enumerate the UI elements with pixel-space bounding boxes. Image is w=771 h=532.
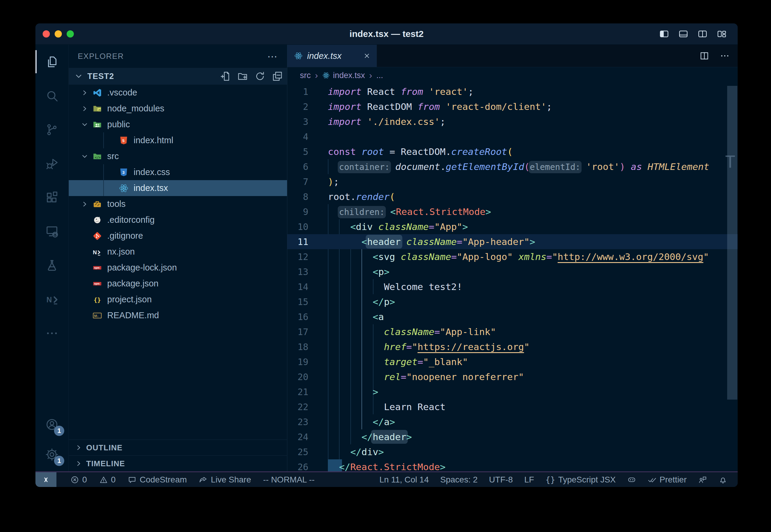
code-line-2: 2import ReactDOM from 'react-dom/client'… — [287, 99, 738, 114]
status-indentation[interactable]: Spaces: 2 — [440, 472, 478, 487]
status-language-mode[interactable]: {}TypeScript JSX — [546, 472, 616, 487]
activity-nx-console-button[interactable]: N — [35, 282, 68, 316]
status-codestream[interactable]: CodeStream — [128, 472, 187, 487]
close-window-button[interactable] — [43, 30, 50, 38]
activity-source-control-button[interactable] — [35, 113, 68, 147]
line-number: 10 — [287, 219, 308, 234]
code-line-22: 22 Learn React — [287, 399, 738, 414]
status-live-share[interactable]: Live Share — [199, 472, 251, 487]
tree-item-README-md[interactable]: M↓README.md — [69, 307, 287, 323]
activity-files-button[interactable] — [35, 45, 68, 79]
customize-layout-button[interactable] — [717, 29, 727, 39]
zoom-window-button[interactable] — [67, 30, 74, 38]
status-warnings[interactable]: 0 — [99, 472, 116, 487]
breadcrumb-label: ... — [376, 71, 383, 80]
tree-item-nx-json[interactable]: Nnx.json — [69, 244, 287, 260]
react-icon — [322, 71, 330, 79]
status-encoding[interactable]: UTF-8 — [489, 472, 513, 487]
sidebar-bottom-panels: OUTLINETIMELINE — [69, 440, 287, 471]
status-eol[interactable]: LF — [524, 472, 534, 487]
activity-extensions-button[interactable] — [35, 180, 68, 214]
line-content: </a> — [328, 416, 395, 427]
chevron-right-icon: › — [369, 70, 372, 80]
line-number: 16 — [287, 310, 308, 325]
remote-ind-icon — [41, 475, 50, 484]
tree-item-index-css[interactable]: 3index.css — [69, 164, 287, 180]
code-line-12: 12 <svg className="App-logo" xmlns="http… — [287, 249, 738, 264]
status-vim-mode[interactable]: -- NORMAL -- — [263, 472, 315, 487]
refresh-button[interactable] — [255, 71, 265, 82]
tree-item-public[interactable]: public — [69, 116, 287, 132]
collapse-all-button[interactable] — [272, 71, 283, 82]
status-copilot[interactable] — [627, 472, 636, 487]
chevron-right-icon — [81, 105, 90, 113]
toggle-panel-button[interactable] — [678, 29, 688, 39]
ellipsis-button[interactable] — [720, 51, 730, 61]
breadcrumb-src[interactable]: src — [300, 71, 311, 80]
code-line-11: 11 <header className="App-header"> — [287, 234, 738, 249]
line-number: 17 — [287, 325, 308, 340]
status-prettier[interactable]: Prettier — [648, 472, 687, 487]
tree-item-package-lock-json[interactable]: npmpackage-lock.json — [69, 260, 287, 276]
comment-icon — [128, 475, 137, 484]
explorer-section-test2[interactable]: TEST2 — [69, 68, 287, 85]
tree-item-index-tsx[interactable]: index.tsx — [69, 180, 287, 196]
status-remote-indicator[interactable] — [35, 472, 56, 487]
close-tab-icon[interactable] — [363, 52, 371, 60]
status-feedback[interactable] — [698, 472, 707, 487]
tree-item-index-html[interactable]: 5index.html — [69, 132, 287, 148]
status-errors[interactable]: 0 — [70, 472, 87, 487]
toggle-sidebar-button[interactable] — [659, 29, 669, 39]
code-line-25: 25 </div> — [287, 444, 738, 459]
split-editor-sm-button[interactable] — [699, 51, 709, 61]
panel-timeline[interactable]: TIMELINE — [69, 455, 287, 471]
minimize-window-button[interactable] — [55, 30, 62, 38]
css-icon: 3 — [119, 167, 129, 177]
chevron-right-icon — [75, 460, 83, 467]
code-line-16: 16 <a — [287, 309, 738, 324]
code-editor[interactable]: 1import React from 'react';2import React… — [287, 83, 738, 471]
activity-search-button[interactable] — [35, 79, 68, 113]
status-label: Spaces: 2 — [440, 475, 478, 485]
breadcrumb--[interactable]: ... — [376, 71, 383, 80]
tree-item--editorconfig[interactable]: .editorconfig — [69, 212, 287, 228]
tree-item-src[interactable]: </>src — [69, 148, 287, 164]
status-bar-left: 00CodeStreamLive Share-- NORMAL -- — [35, 472, 315, 487]
tree-item--vscode[interactable]: .vscode — [69, 85, 287, 101]
extensions-icon — [45, 191, 59, 204]
tree-item-package-json[interactable]: npmpackage.json — [69, 276, 287, 292]
tree-item-node-modules[interactable]: JSnode_modules — [69, 101, 287, 116]
panel-outline[interactable]: OUTLINE — [69, 440, 287, 455]
activity-run-debug-button[interactable] — [35, 147, 68, 180]
activity-remote-explorer-button[interactable] — [35, 214, 68, 248]
tree-item-project-json[interactable]: {}project.json — [69, 292, 287, 307]
tree-item-tools[interactable]: tools — [69, 196, 287, 212]
line-number: 5 — [287, 144, 308, 159]
status-label: TypeScript JSX — [558, 475, 615, 485]
panel-label: TIMELINE — [86, 459, 125, 468]
new-file-button[interactable] — [220, 71, 231, 82]
line-content: import React from 'react'; — [328, 86, 473, 97]
breadcrumb-index-tsx[interactable]: index.tsx — [322, 71, 365, 80]
line-content: </React.StrictMode> — [328, 461, 446, 471]
activity-bar-bottom: 11 — [35, 410, 68, 471]
split-editor-button[interactable] — [697, 29, 708, 39]
status-notifications[interactable] — [718, 472, 727, 487]
new-folder-button[interactable] — [237, 71, 248, 82]
line-number: 4 — [287, 129, 308, 144]
tree-item--gitignore[interactable]: .gitignore — [69, 228, 287, 244]
tab-index-tsx[interactable]: index.tsx — [287, 45, 377, 67]
activity-more-button[interactable] — [35, 316, 68, 350]
nx-icon: N — [92, 247, 102, 257]
breadcrumb-label: index.tsx — [333, 71, 365, 80]
line-content: target="_blank" — [328, 356, 468, 367]
explorer-section-actions — [220, 71, 283, 82]
chevron-down-icon — [74, 72, 83, 81]
status-cursor-position[interactable]: Ln 11, Col 14 — [379, 472, 429, 487]
vertical-scrollbar[interactable] — [727, 86, 737, 400]
panel-label: OUTLINE — [86, 443, 122, 452]
activity-account-button[interactable]: 1 — [35, 410, 68, 440]
activity-testing-button[interactable] — [35, 248, 68, 282]
explorer-more-actions-button[interactable]: ⋯ — [267, 50, 278, 62]
activity-settings-button[interactable]: 1 — [35, 440, 68, 470]
